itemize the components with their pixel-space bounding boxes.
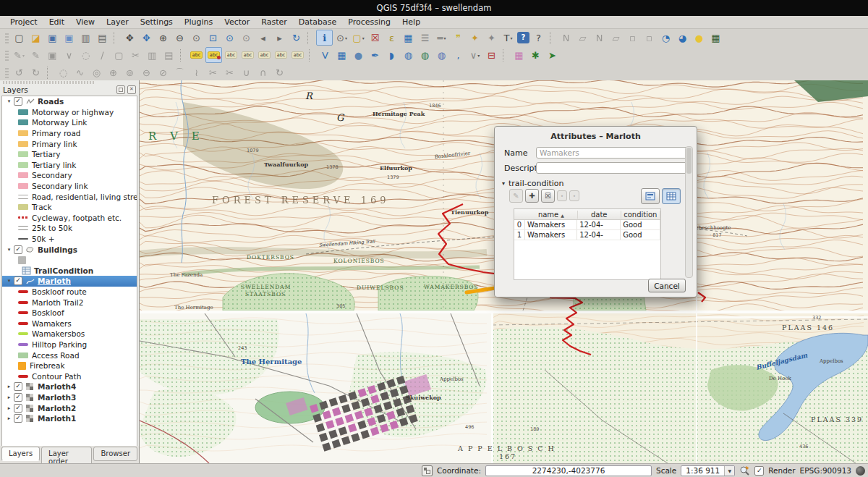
form-view-button[interactable] xyxy=(641,188,660,204)
field-calculator-icon[interactable]: ☰ xyxy=(417,30,433,45)
layer-item-wamakersbos[interactable]: Wamakersbos xyxy=(2,329,137,339)
labeling-options-icon[interactable]: abc xyxy=(205,47,222,63)
save-project-icon[interactable]: ▣ xyxy=(45,30,60,45)
menu-project[interactable]: Project xyxy=(4,17,43,28)
add-delimited-text-layer-icon[interactable]: , xyxy=(451,48,466,62)
grass-tools-icon[interactable]: ▦ xyxy=(708,30,723,45)
layer-item-50k-[interactable]: 50k + xyxy=(2,234,137,245)
table-view-button[interactable] xyxy=(662,188,681,204)
expand-arrow-icon[interactable]: ▾ xyxy=(5,247,13,253)
pin-labels-icon[interactable]: abc xyxy=(224,48,239,62)
whats-this-icon[interactable]: ? xyxy=(531,30,546,45)
panel-detach-icon[interactable] xyxy=(116,85,125,94)
layer-item-secondary-link[interactable]: Secondary link xyxy=(2,181,137,192)
menu-database[interactable]: Database xyxy=(293,17,343,28)
layer-item-symbol[interactable] xyxy=(2,255,137,266)
layer-item-25k-to-50k[interactable]: 25k to 50k xyxy=(2,223,137,234)
layer-item-access-road[interactable]: Access Road xyxy=(2,350,137,360)
toolbar-handle[interactable] xyxy=(5,67,9,78)
layer-item-tertiary-link[interactable]: Tertiary link xyxy=(2,160,137,171)
expand-arrow-icon[interactable]: ▸ xyxy=(5,405,13,411)
toolbar-handle[interactable] xyxy=(5,49,9,61)
change-label-icon[interactable]: abc xyxy=(290,48,305,62)
menu-processing[interactable]: Processing xyxy=(342,17,396,28)
deselect-all-icon[interactable]: ☒ xyxy=(367,30,383,45)
layer-item-contour-path[interactable]: Contour Path xyxy=(2,371,137,381)
layer-checkbox[interactable]: ✓ xyxy=(14,414,22,423)
layer-item-buildings[interactable]: ▾✓Buildings xyxy=(2,244,137,255)
help-contents-icon[interactable]: ? xyxy=(517,32,529,43)
layer-item-primary-road[interactable]: Primary road xyxy=(2,128,137,139)
dialog-scrollbar[interactable] xyxy=(685,146,693,278)
composer-manager-icon[interactable]: ▤ xyxy=(95,30,110,45)
panel-tab-layers[interactable]: Layers xyxy=(1,447,40,461)
processing-toolbox-icon[interactable]: ✱ xyxy=(528,48,543,62)
layer-item-motorway-link[interactable]: Motorway Link xyxy=(2,117,137,128)
pan-map-icon[interactable]: ✥ xyxy=(122,30,137,45)
menu-edit[interactable]: Edit xyxy=(43,17,70,28)
coordinate-field[interactable]: 2274230,-4023776 xyxy=(485,465,652,476)
layer-item-marloth[interactable]: ▾✓Marloth xyxy=(2,276,137,287)
expand-arrow-icon[interactable]: ▾ xyxy=(5,278,13,284)
layer-item-boskloof-route[interactable]: Boskloof route xyxy=(2,287,137,297)
layer-checkbox[interactable]: ✓ xyxy=(14,277,22,285)
add-postgis-layer-icon[interactable]: ● xyxy=(351,48,366,62)
section-collapse-icon[interactable]: ▾ xyxy=(502,180,505,187)
add-mssql-layer-icon[interactable]: ◗ xyxy=(384,48,399,62)
open-project-icon[interactable]: ◪ xyxy=(28,30,43,45)
add-raster-layer-icon[interactable]: ▦ xyxy=(334,48,349,62)
measure-line-icon[interactable]: ═▾ xyxy=(434,30,449,45)
layer-item-hilltop-parking[interactable]: Hilltop Parking xyxy=(2,339,137,350)
menu-plugins[interactable]: Plugins xyxy=(179,17,218,28)
magnifier-icon[interactable] xyxy=(739,465,750,476)
osm-plugin-icon[interactable]: ➤ xyxy=(545,48,560,62)
render-checkbox[interactable]: ✓ xyxy=(754,466,764,476)
diagram-overlay-icon[interactable]: ◔ xyxy=(658,30,673,45)
zoom-out-icon[interactable]: ⊖ xyxy=(172,30,187,45)
cancel-button[interactable]: Cancel xyxy=(648,279,686,292)
layer-item-marloth3[interactable]: ▸✓Marloth3 xyxy=(2,392,137,403)
map-tips-icon[interactable]: ❞ xyxy=(451,30,466,45)
layer-item-marloth-trail2[interactable]: Marloth Trail2 xyxy=(2,297,137,308)
show-hide-labels-icon[interactable]: abc xyxy=(240,48,255,62)
menu-layer[interactable]: Layer xyxy=(101,17,135,28)
menu-raster[interactable]: Raster xyxy=(255,17,292,28)
expand-arrow-icon[interactable]: ▸ xyxy=(5,384,13,389)
select-by-area-icon[interactable]: ⊙▾ xyxy=(334,30,349,45)
pan-to-selection-icon[interactable]: ✥ xyxy=(139,30,154,45)
expand-arrow-icon[interactable]: ▾ xyxy=(5,98,13,104)
new-print-composer-icon[interactable]: ▥ xyxy=(78,30,93,45)
panel-tab-browser[interactable]: Browser xyxy=(93,447,137,461)
add-spatialite-layer-icon[interactable]: ✒ xyxy=(367,48,383,62)
select-by-expression-icon[interactable]: ε xyxy=(384,30,399,45)
menu-help[interactable]: Help xyxy=(396,17,426,28)
layer-item-marloth2[interactable]: ▸✓Marloth2 xyxy=(2,402,137,413)
layer-item-roads[interactable]: ▾✓Roads xyxy=(2,96,137,107)
layer-item-wamakers[interactable]: Wamakers xyxy=(2,318,137,329)
labeling-icon[interactable]: abc xyxy=(189,48,204,62)
layer-item-marloth4[interactable]: ▸✓Marloth4 xyxy=(2,381,137,392)
add-wms-layer-icon[interactable]: ◍ xyxy=(401,48,416,62)
save-project-as-icon[interactable]: ▣ xyxy=(61,30,77,45)
add-wfs-layer-icon[interactable]: ◍ xyxy=(434,48,449,62)
layer-item-boskloof[interactable]: Boskloof xyxy=(2,308,137,318)
column-header-date[interactable]: date xyxy=(578,211,621,219)
new-project-icon[interactable]: ▢ xyxy=(12,30,27,45)
layer-item-motorway-or-highway[interactable]: Motorway or highway xyxy=(2,107,137,118)
menu-settings[interactable]: Settings xyxy=(135,17,179,28)
zoom-native-icon[interactable]: ⊙ xyxy=(189,30,204,45)
add-wcs-layer-icon[interactable]: ◍ xyxy=(417,48,433,62)
layer-item-track[interactable]: Track xyxy=(2,202,137,213)
layer-checkbox[interactable]: ✓ xyxy=(14,97,22,106)
crs-status-icon[interactable] xyxy=(856,466,865,476)
layer-item-marloth1[interactable]: ▸✓Marloth1 xyxy=(2,413,137,424)
move-label-icon[interactable]: abc xyxy=(257,48,272,62)
layer-item-road-residential-living-street-etc-[interactable]: Road, residential, living street, etc. xyxy=(2,191,137,202)
zoom-last-icon[interactable]: ◂ xyxy=(255,30,271,45)
select-rectangle-icon[interactable]: ▢▾ xyxy=(351,30,366,45)
layer-item-trailcondition[interactable]: TrailCondition xyxy=(2,266,137,277)
map-tile-plugin-icon[interactable]: ▦ xyxy=(511,48,527,62)
panel-close-icon[interactable]: ✕ xyxy=(127,85,136,94)
column-header-name[interactable]: name▲ xyxy=(525,211,578,219)
table-row[interactable]: 1Wamakers12-04-2013Good xyxy=(514,230,660,240)
